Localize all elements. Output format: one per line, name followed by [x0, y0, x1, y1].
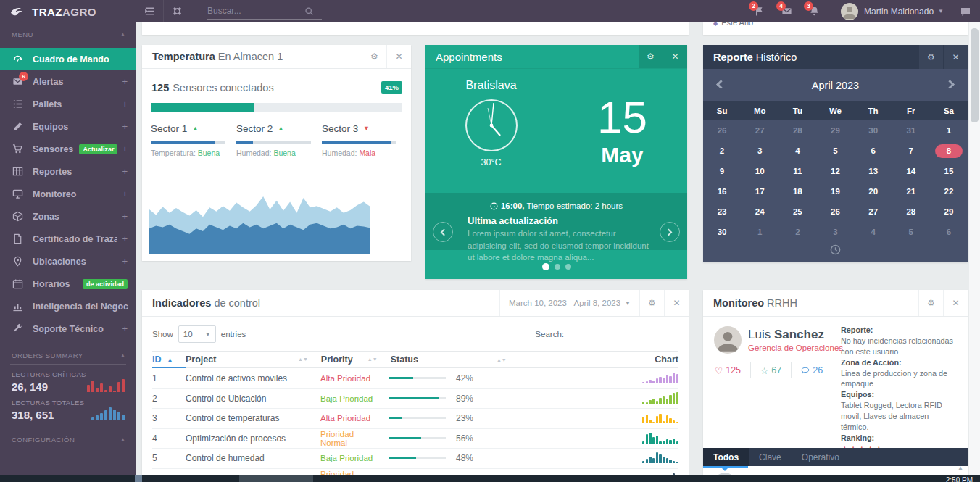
calendar-day[interactable]: 22: [930, 181, 968, 201]
expand-plus-icon[interactable]: +: [122, 121, 128, 132]
calendar-day[interactable]: 3: [741, 141, 778, 161]
flags-notification-button[interactable]: 2: [748, 0, 770, 22]
calendar-day[interactable]: 26: [703, 120, 741, 141]
expand-plus-icon[interactable]: +: [122, 99, 128, 109]
expand-plus-icon[interactable]: +: [122, 211, 128, 222]
calendar-day[interactable]: 27: [741, 120, 778, 141]
tab-clave[interactable]: Clave: [749, 448, 792, 466]
calendar-day[interactable]: 5: [816, 141, 854, 161]
table-row[interactable]: 3Control de temperaturasAlta Prioridad23…: [152, 409, 678, 429]
sidebar-item-monitoreo[interactable]: Monitoreo+: [0, 183, 136, 205]
calendar-day[interactable]: 21: [892, 181, 930, 201]
calendar-day[interactable]: 15: [930, 161, 968, 181]
sidebar-item-certificado-de-trazabilidad[interactable]: Certificado de Trazabilidad+: [0, 228, 136, 250]
table-row[interactable]: 1Control de activos móvilesAlta Priorida…: [152, 369, 678, 389]
calendar-day[interactable]: 12: [816, 161, 854, 181]
sidebar-item-alertas[interactable]: 6Alertas+: [0, 70, 136, 93]
date-range-dropdown[interactable]: March 10, 2023 - April 8, 2023▼: [499, 290, 639, 316]
calendar-day[interactable]: 26: [816, 201, 854, 222]
user-menu[interactable]: Martin Maldonado ▼: [841, 3, 944, 20]
calendar-day[interactable]: 23: [703, 201, 741, 222]
calendar-day[interactable]: 6: [930, 222, 968, 242]
calendar-day[interactable]: 25: [778, 201, 816, 222]
stars-stat[interactable]: ☆67: [760, 365, 781, 376]
calendar-day[interactable]: 5: [892, 222, 930, 242]
chat-button[interactable]: [951, 0, 980, 22]
collapse-chevron-icon[interactable]: ▲: [120, 31, 126, 38]
expand-plus-icon[interactable]: +: [122, 76, 128, 87]
carousel-prev-button[interactable]: [433, 222, 453, 242]
calendar-day[interactable]: 4: [855, 222, 892, 242]
search-input[interactable]: [207, 6, 304, 16]
calendar-day[interactable]: 4: [778, 141, 816, 161]
expand-plus-icon[interactable]: +: [122, 188, 128, 199]
column-header-chart[interactable]: Chart: [548, 354, 678, 365]
calendar-day[interactable]: 29: [930, 201, 968, 222]
calendar-day[interactable]: 30: [703, 222, 741, 242]
widget-close-button[interactable]: ✕: [944, 45, 968, 69]
sidebar-item-horarios[interactable]: Horariosde actividad: [0, 273, 136, 295]
scrollbar-thumb[interactable]: [971, 28, 979, 122]
sidebar-item-inteligencia-del-negocio[interactable]: Inteligencia del Negocio: [0, 295, 136, 317]
tab-operativo[interactable]: Operativo: [792, 448, 850, 466]
expand-plus-icon[interactable]: +: [122, 256, 128, 267]
calendar-day[interactable]: 8: [930, 141, 968, 161]
sidebar-item-equipos[interactable]: Equipos+: [0, 115, 136, 138]
calendar-day[interactable]: 11: [778, 161, 816, 181]
table-row[interactable]: 5Control de humedadBaja Prioridad48%: [152, 449, 678, 469]
widget-settings-button[interactable]: ⚙: [639, 290, 664, 316]
calendar-day[interactable]: 16: [703, 181, 741, 201]
sidebar-item-pallets[interactable]: Pallets+: [0, 93, 136, 115]
calendar-day[interactable]: 2: [703, 141, 741, 161]
calendar-day[interactable]: 1: [930, 120, 968, 141]
calendar-day[interactable]: 31: [892, 120, 930, 141]
calendar-day[interactable]: 17: [741, 181, 778, 201]
calendar-day[interactable]: 7: [892, 141, 930, 161]
app-logo[interactable]: TRAZAGRO: [0, 0, 136, 23]
calendar-day[interactable]: 28: [892, 201, 930, 222]
calendar-next-button[interactable]: [934, 69, 968, 101]
calendar-day[interactable]: 30: [855, 120, 892, 141]
column-header-id[interactable]: ID▲: [152, 351, 186, 368]
sidebar-item-ubicaciones[interactable]: Ubicaciones+: [0, 250, 136, 273]
widget-settings-button[interactable]: ⚙: [362, 45, 386, 68]
calendar-day[interactable]: 19: [816, 181, 854, 201]
table-search-input[interactable]: [570, 327, 678, 341]
widget-close-button[interactable]: ✕: [943, 290, 968, 316]
page-scrollbar[interactable]: [969, 22, 980, 482]
page-size-select[interactable]: 10▼: [178, 325, 216, 343]
widget-close-button[interactable]: ✕: [664, 290, 689, 316]
calendar-day[interactable]: 6: [855, 141, 892, 161]
calendar-day[interactable]: 10: [741, 161, 778, 181]
calendar-day[interactable]: 14: [892, 161, 930, 181]
expand-plus-icon[interactable]: +: [122, 166, 128, 177]
carousel-dot[interactable]: [565, 264, 571, 270]
expand-plus-icon[interactable]: +: [122, 144, 128, 154]
calendar-day[interactable]: 2: [778, 222, 816, 242]
calendar-day[interactable]: 18: [778, 181, 816, 201]
collapse-chevron-icon[interactable]: ▲: [120, 436, 126, 443]
sidebar-item-reportes[interactable]: Reportes+: [0, 160, 136, 183]
scroll-top-button[interactable]: ▲: [957, 464, 964, 472]
carousel-next-button[interactable]: [660, 222, 680, 242]
sidebar-item-sensores[interactable]: SensoresActualizar+: [0, 138, 136, 160]
calendar-day[interactable]: 3: [816, 222, 854, 242]
widget-settings-button[interactable]: ⚙: [918, 290, 943, 316]
sidebar-toggle-button[interactable]: [136, 0, 164, 22]
sidebar-item-cuadro-de-mando[interactable]: Cuadro de Mando: [0, 48, 136, 70]
taskbar-app-button[interactable]: [239, 475, 313, 482]
expand-plus-icon[interactable]: +: [122, 233, 128, 244]
widget-close-button[interactable]: ✕: [386, 45, 411, 68]
tab-todos[interactable]: Todos: [703, 448, 749, 466]
messages-notification-button[interactable]: 4: [776, 0, 797, 22]
sidebar-item-soporte-t-cnico[interactable]: Soporte Técnico+: [0, 317, 136, 340]
likes-stat[interactable]: ♡125: [715, 365, 741, 376]
search-icon[interactable]: [304, 7, 314, 16]
calendar-day[interactable]: 29: [816, 120, 854, 141]
calendar-day[interactable]: 28: [778, 120, 816, 141]
expand-plus-icon[interactable]: +: [122, 323, 128, 334]
widget-settings-button[interactable]: ⚙: [919, 45, 943, 69]
calendar-day[interactable]: 20: [855, 181, 892, 201]
calendar-day[interactable]: 27: [855, 201, 892, 222]
column-header-status[interactable]: Status▲▼: [381, 354, 548, 365]
